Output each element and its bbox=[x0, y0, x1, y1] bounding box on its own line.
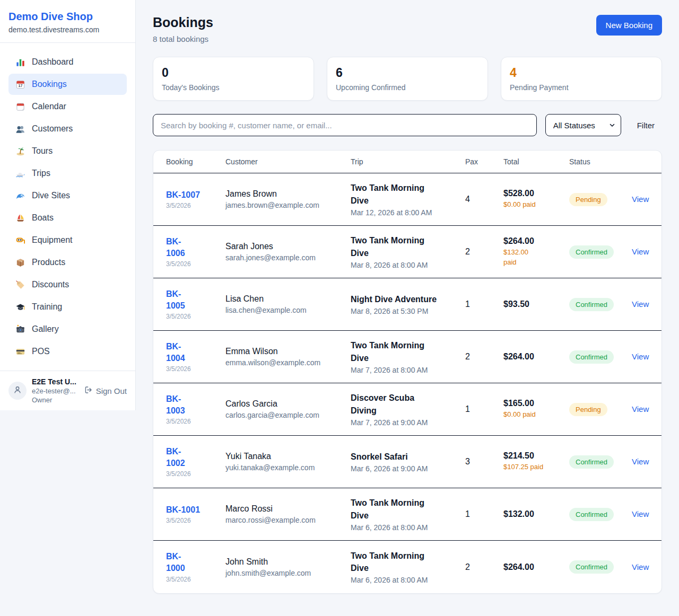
total-amount: $528.00 bbox=[503, 189, 569, 198]
booking-id-link[interactable]: BK-1001 bbox=[166, 504, 200, 516]
filter-row: All Statuses Filter bbox=[153, 114, 662, 136]
avatar bbox=[8, 382, 27, 400]
booking-date: 3/5/2026 bbox=[166, 202, 225, 209]
table-row: BK-1001 3/5/2026 Marco Rossi marco.rossi… bbox=[153, 488, 661, 541]
customer-name: Sarah Jones bbox=[225, 242, 351, 251]
booking-date: 3/5/2026 bbox=[166, 517, 225, 524]
training-icon bbox=[15, 302, 25, 312]
booking-id-link[interactable]: BK-1003 bbox=[166, 393, 185, 416]
view-link[interactable]: View bbox=[632, 352, 649, 361]
pos-icon bbox=[15, 346, 25, 357]
booking-id-link[interactable]: BK-1000 bbox=[166, 551, 185, 574]
new-booking-button[interactable]: New Booking bbox=[596, 15, 662, 36]
sidebar-item-label: Trips bbox=[32, 169, 50, 178]
sidebar-item-label: Gallery bbox=[32, 324, 59, 334]
trip-time: Mar 7, 2026 at 9:00 AM bbox=[351, 418, 465, 427]
stat-label: Today's Bookings bbox=[162, 83, 305, 92]
booking-date: 3/5/2026 bbox=[166, 576, 225, 583]
customers-icon bbox=[15, 124, 25, 134]
sidebar-item-products[interactable]: Products bbox=[8, 252, 127, 273]
sidebar-item-bookings[interactable]: 17 Bookings bbox=[8, 74, 127, 95]
sidebar-item-gallery[interactable]: Gallery bbox=[8, 319, 127, 340]
total-amount: $93.50 bbox=[503, 300, 569, 309]
sidebar-item-pos[interactable]: POS bbox=[8, 341, 127, 362]
sidebar-item-label: Customers bbox=[32, 124, 73, 134]
filter-button[interactable]: Filter bbox=[630, 121, 662, 130]
column-header-pax: Pax bbox=[465, 157, 503, 166]
table-header: Booking Customer Trip Pax Total Status bbox=[153, 151, 661, 173]
sidebar-item-tours[interactable]: Tours bbox=[8, 140, 127, 162]
discounts-icon bbox=[15, 279, 25, 290]
bookings-table: Booking Customer Trip Pax Total Status B… bbox=[153, 150, 662, 594]
table-row: BK-1003 3/5/2026 Carlos Garcia carlos.ga… bbox=[153, 383, 661, 436]
sidebar-item-discounts[interactable]: Discounts bbox=[8, 274, 127, 295]
column-header-customer: Customer bbox=[225, 157, 351, 166]
stat-value: 4 bbox=[510, 66, 653, 80]
brand-name[interactable]: Demo Dive Shop bbox=[8, 11, 127, 23]
trip-name: Two Tank Morning Dive bbox=[351, 550, 439, 574]
status-badge: Confirmed bbox=[569, 298, 614, 311]
stat-card-todays-bookings: 0 Today's Bookings bbox=[153, 57, 314, 101]
trip-time: Mar 12, 2026 at 8:00 AM bbox=[351, 208, 465, 217]
customer-email: yuki.tanaka@example.com bbox=[225, 463, 351, 472]
sidebar-item-trips[interactable]: Trips bbox=[8, 163, 127, 184]
trip-name: Two Tank Morning Dive bbox=[351, 339, 439, 364]
view-link[interactable]: View bbox=[632, 247, 649, 256]
pax-count: 4 bbox=[465, 195, 503, 204]
page-title: Bookings bbox=[153, 15, 213, 30]
status-badge: Pending bbox=[569, 193, 607, 206]
tours-icon bbox=[15, 146, 25, 156]
sign-out-button[interactable]: Sign Out bbox=[84, 385, 127, 396]
total-amount: $264.00 bbox=[503, 562, 569, 572]
sidebar-item-label: Boats bbox=[32, 213, 54, 223]
booking-id-link[interactable]: BK-1002 bbox=[166, 446, 185, 469]
sidebar-item-dive-sites[interactable]: Dive Sites bbox=[8, 185, 127, 206]
status-badge: Confirmed bbox=[569, 245, 614, 259]
table-row: BK-1000 3/5/2026 John Smith john.smith@e… bbox=[153, 541, 661, 593]
sidebar-footer: E2E Test U... e2e-tester@... Owner Sign … bbox=[0, 371, 135, 410]
calendar-icon bbox=[15, 101, 25, 112]
stat-card-upcoming-confirmed: 6 Upcoming Confirmed bbox=[327, 57, 488, 101]
svg-text:17: 17 bbox=[18, 84, 22, 88]
customer-name: Carlos Garcia bbox=[225, 399, 351, 409]
sidebar-item-dashboard[interactable]: Dashboard bbox=[8, 51, 127, 73]
search-input[interactable] bbox=[153, 114, 537, 136]
sidebar-item-calendar[interactable]: Calendar bbox=[8, 96, 127, 117]
main-content: Bookings 8 total bookings New Booking 0 … bbox=[136, 0, 679, 594]
column-header-booking: Booking bbox=[166, 157, 225, 166]
sidebar-item-equipment[interactable]: Equipment bbox=[8, 230, 127, 251]
products-icon bbox=[15, 257, 25, 268]
sidebar-item-boats[interactable]: Boats bbox=[8, 207, 127, 228]
table-row: BK-1007 3/5/2026 James Brown james.brown… bbox=[153, 173, 661, 226]
sidebar-item-training[interactable]: Training bbox=[8, 296, 127, 318]
sidebar-item-label: Calendar bbox=[32, 102, 66, 111]
table-row: BK-1005 3/5/2026 Lisa Chen lisa.chen@exa… bbox=[153, 278, 661, 331]
view-link[interactable]: View bbox=[632, 195, 649, 204]
booking-id-link[interactable]: BK-1007 bbox=[166, 189, 200, 201]
pax-count: 1 bbox=[465, 404, 503, 414]
pax-count: 2 bbox=[465, 352, 503, 362]
sidebar-item-label: Dive Sites bbox=[32, 191, 70, 200]
view-link[interactable]: View bbox=[632, 509, 649, 518]
gallery-icon bbox=[15, 324, 25, 335]
view-link[interactable]: View bbox=[632, 457, 649, 466]
customer-name: Marco Rossi bbox=[225, 504, 351, 514]
trip-name: Two Tank Morning Dive bbox=[351, 234, 439, 259]
view-link[interactable]: View bbox=[632, 562, 649, 571]
sidebar-item-label: Discounts bbox=[32, 280, 69, 289]
user-role: Owner bbox=[32, 396, 84, 404]
bookings-table-body: BK-1007 3/5/2026 James Brown james.brown… bbox=[153, 173, 661, 593]
dashboard-icon bbox=[15, 57, 25, 67]
view-link[interactable]: View bbox=[632, 300, 649, 309]
booking-date: 3/5/2026 bbox=[166, 260, 225, 268]
stat-value: 0 bbox=[162, 66, 305, 80]
status-select[interactable]: All Statuses bbox=[545, 114, 621, 136]
booking-id-link[interactable]: BK-1005 bbox=[166, 288, 185, 311]
trip-time: Mar 8, 2026 at 8:00 AM bbox=[351, 261, 465, 269]
booking-id-link[interactable]: BK-1006 bbox=[166, 236, 185, 259]
status-badge: Confirmed bbox=[569, 455, 614, 469]
sidebar-item-customers[interactable]: Customers bbox=[8, 118, 127, 139]
pax-count: 3 bbox=[465, 457, 503, 467]
booking-id-link[interactable]: BK-1004 bbox=[166, 341, 185, 364]
view-link[interactable]: View bbox=[632, 404, 649, 413]
